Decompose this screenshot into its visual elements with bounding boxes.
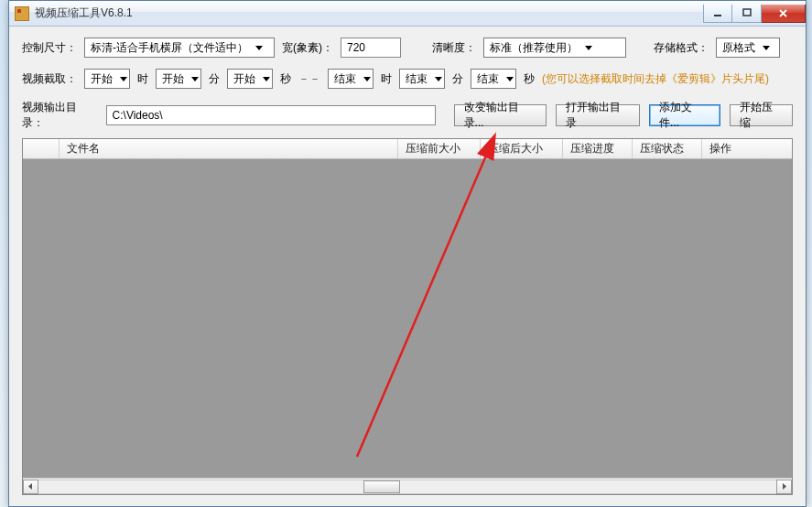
chevron-down-icon [506,77,514,81]
end-hour-dropdown[interactable]: 结束 [328,69,374,89]
start-sec-dropdown[interactable]: 开始 [227,69,273,89]
output-path-input[interactable]: C:\Videos\ [106,105,436,125]
horizontal-scrollbar[interactable] [23,478,792,494]
unit-min: 分 [452,71,463,87]
chevron-down-icon [585,46,592,50]
col-filename[interactable]: 文件名 [60,139,398,158]
add-file-button[interactable]: 添加文件... [649,104,720,126]
content-area: 控制尺寸： 标清-适合手机横屏（文件适中） 宽(象素)： 720 清晰度： 标准… [9,27,806,506]
maximize-button[interactable] [732,5,762,23]
end-sec-dropdown[interactable]: 结束 [471,69,516,89]
format-label: 存储格式： [654,40,709,56]
scroll-thumb[interactable] [363,480,400,493]
end-min-dropdown[interactable]: 结束 [399,69,445,89]
unit-sec: 秒 [524,71,535,87]
app-window: 视频压缩工具V6.8.1 控制尺寸： 标清-适合手机横屏（文件适中） 宽(象素)… [8,0,807,507]
scroll-track[interactable] [38,480,776,494]
row-trim: 视频截取： 开始 时 开始 分 开始 秒 －－ 结束 时 结束 分 结束 秒 (… [22,69,793,89]
col-status[interactable]: 压缩状态 [633,139,702,158]
file-list: 文件名 压缩前大小 压缩后大小 压缩进度 压缩状态 操作 [22,138,793,495]
trim-label: 视频截取： [22,71,77,87]
window-title: 视频压缩工具V6.8.1 [35,5,133,21]
start-min-dropdown[interactable]: 开始 [156,69,201,89]
unit-hour: 时 [137,71,148,87]
minimize-button[interactable] [703,5,732,23]
titlebar[interactable]: 视频压缩工具V6.8.1 [9,1,806,27]
trim-hint: (您可以选择截取时间去掉《爱剪辑》片头片尾) [542,71,769,87]
unit-hour: 时 [381,71,392,87]
chevron-down-icon [255,46,263,50]
chevron-down-icon [435,77,442,81]
clarity-label: 清晰度： [432,40,476,56]
width-label: 宽(象素)： [282,40,333,56]
format-dropdown[interactable]: 原格式 [716,38,780,58]
width-input[interactable]: 720 [341,38,401,58]
chevron-down-icon [363,77,371,81]
range-separator: －－ [298,71,320,87]
unit-min: 分 [209,71,220,87]
col-after-size[interactable]: 压缩后大小 [481,139,563,158]
list-header: 文件名 压缩前大小 压缩后大小 压缩进度 压缩状态 操作 [23,139,792,159]
chevron-down-icon [263,77,270,81]
svg-rect-0 [714,15,721,16]
col-index[interactable] [23,139,60,158]
chevron-down-icon [120,77,127,81]
open-output-button[interactable]: 打开输出目录 [556,104,640,126]
window-controls [703,5,806,23]
col-progress[interactable]: 压缩进度 [563,139,633,158]
unit-sec: 秒 [280,71,291,87]
scroll-right-button[interactable] [776,480,792,494]
app-icon [15,6,29,21]
col-action[interactable]: 操作 [702,139,792,158]
change-output-button[interactable]: 改变输出目录... [454,104,547,126]
size-dropdown[interactable]: 标清-适合手机横屏（文件适中） [84,38,275,58]
chevron-down-icon [191,77,199,81]
close-button[interactable] [762,5,806,23]
size-label: 控制尺寸： [22,40,77,56]
col-before-size[interactable]: 压缩前大小 [398,139,481,158]
scroll-left-button[interactable] [23,480,38,494]
start-compress-button[interactable]: 开始压缩 [730,104,793,126]
list-body[interactable] [23,159,792,478]
start-hour-dropdown[interactable]: 开始 [84,69,130,89]
output-label: 视频输出目录： [22,100,97,131]
svg-rect-1 [743,9,751,16]
clarity-dropdown[interactable]: 标准（推荐使用） [483,38,626,58]
row-output: 视频输出目录： C:\Videos\ 改变输出目录... 打开输出目录 添加文件… [22,100,793,131]
chevron-down-icon [763,46,770,50]
row-size: 控制尺寸： 标清-适合手机横屏（文件适中） 宽(象素)： 720 清晰度： 标准… [22,38,793,58]
